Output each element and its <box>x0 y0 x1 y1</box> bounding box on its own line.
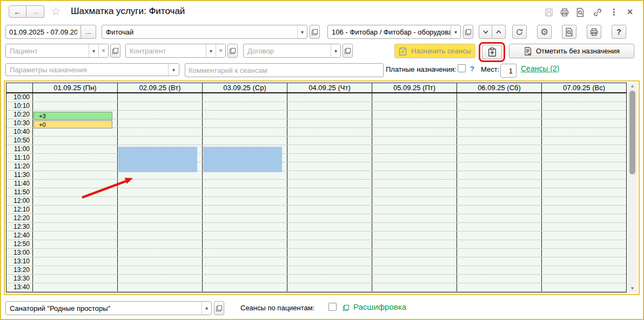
organization-dropdown-icon[interactable]: ▾ <box>202 302 211 315</box>
slot-d3-11:30[interactable] <box>287 171 372 179</box>
slot-d3-12:50[interactable] <box>287 240 372 248</box>
slot-d3-12:30[interactable] <box>287 223 372 231</box>
resource-dropdown-icon[interactable]: ▾ <box>451 25 460 38</box>
slot-d2-12:20[interactable] <box>202 214 287 222</box>
slot-d2-13:30[interactable] <box>202 275 287 283</box>
slot-d5-10:10[interactable] <box>457 102 541 110</box>
settings-button[interactable]: ⚙ <box>537 25 552 39</box>
slot-d4-12:10[interactable] <box>372 206 457 214</box>
slot-d5-11:10[interactable] <box>457 154 541 162</box>
slot-d1-11:50[interactable] <box>117 188 202 196</box>
slot-d0-11:00[interactable] <box>32 145 117 153</box>
slot-d3-13:40[interactable] <box>287 283 372 291</box>
slot-d0-12:40[interactable] <box>32 232 117 240</box>
slot-d4-10:00[interactable] <box>372 93 457 101</box>
organization-combo[interactable]: Санаторий "Родные просторы" ▾ <box>5 301 212 315</box>
slot-d5-12:10[interactable] <box>457 206 541 214</box>
counterparty-dropdown-icon[interactable]: ▾ <box>206 44 216 57</box>
slot-d4-11:00[interactable] <box>372 145 457 153</box>
slot-d6-11:50[interactable] <box>541 188 626 196</box>
counterparty-open-button[interactable] <box>227 44 238 58</box>
slot-d6-12:20[interactable] <box>541 214 626 222</box>
slot-d4-11:50[interactable] <box>372 188 457 196</box>
slot-d3-13:10[interactable] <box>287 257 372 265</box>
service-dropdown-icon[interactable]: ▾ <box>297 25 307 38</box>
slot-d3-10:50[interactable] <box>287 137 372 145</box>
slot-d1-13:30[interactable] <box>117 275 202 283</box>
contract-combo[interactable]: Договор ▾ <box>243 44 341 58</box>
slot-d6-13:10[interactable] <box>541 257 626 265</box>
slot-d6-11:30[interactable] <box>541 171 626 179</box>
slot-d1-10:50[interactable] <box>117 137 202 145</box>
slot-d3-10:30[interactable] <box>287 119 372 127</box>
slot-d0-12:30[interactable] <box>32 223 117 231</box>
slot-d1-12:40[interactable] <box>117 232 202 240</box>
event-d1-11:00[interactable] <box>118 147 197 172</box>
slot-d6-12:00[interactable] <box>541 197 626 205</box>
slot-d2-12:30[interactable] <box>202 223 287 231</box>
paid-help-icon[interactable]: ? <box>470 65 474 73</box>
slot-d1-10:20[interactable] <box>117 111 202 119</box>
slot-d0-13:00[interactable] <box>32 249 117 257</box>
resource-open-button[interactable] <box>463 25 473 39</box>
slot-d6-12:10[interactable] <box>541 206 626 214</box>
slot-d2-10:20[interactable] <box>202 111 287 119</box>
patient-clear-icon[interactable]: × <box>98 44 108 57</box>
sessions-by-patients-checkbox[interactable] <box>328 303 337 311</box>
slot-d4-11:40[interactable] <box>372 180 457 188</box>
slot-d1-11:30[interactable] <box>117 171 202 179</box>
service-combo[interactable]: Фиточай ▾ <box>102 25 307 39</box>
clipboard-plus-button[interactable] <box>482 45 502 59</box>
slot-d0-13:40[interactable] <box>32 283 117 291</box>
assignment-params-combo[interactable]: Параметры назначения ▾ <box>5 63 179 76</box>
slot-d3-11:10[interactable] <box>287 154 372 162</box>
slot-d5-10:00[interactable] <box>457 93 541 101</box>
slot-d5-13:40[interactable] <box>457 283 541 291</box>
slot-d5-11:00[interactable] <box>457 145 541 153</box>
event-d2-11:00[interactable] <box>203 147 282 172</box>
favorite-star-icon[interactable]: ☆ <box>51 5 61 18</box>
slot-d0-13:20[interactable] <box>32 266 117 274</box>
slot-d1-10:40[interactable] <box>117 128 202 136</box>
slot-d2-10:50[interactable] <box>202 137 287 145</box>
seats-input[interactable] <box>500 64 516 78</box>
slot-d5-13:30[interactable] <box>457 275 541 283</box>
slot-d0-11:50[interactable] <box>32 188 117 196</box>
slot-d3-13:20[interactable] <box>287 266 372 274</box>
slot-d6-13:20[interactable] <box>541 266 626 274</box>
counterparty-clear-icon[interactable]: × <box>216 44 225 57</box>
slot-d4-11:10[interactable] <box>372 154 457 162</box>
slot-d0-11:30[interactable] <box>32 171 117 179</box>
slot-d6-12:50[interactable] <box>541 240 626 248</box>
contract-dropdown-icon[interactable]: ▾ <box>331 44 340 57</box>
mark-without-assignment-button[interactable]: Отметить без назначения <box>509 44 634 58</box>
slot-d4-13:20[interactable] <box>372 266 457 274</box>
slot-d4-10:50[interactable] <box>372 137 457 145</box>
collapse-button[interactable] <box>479 25 492 39</box>
slot-d6-10:10[interactable] <box>541 102 626 110</box>
slot-d6-13:00[interactable] <box>541 249 626 257</box>
slot-d2-13:40[interactable] <box>202 283 287 291</box>
slot-d6-10:30[interactable] <box>541 119 626 127</box>
slot-d6-10:20[interactable] <box>541 111 626 119</box>
patient-dropdown-icon[interactable]: ▾ <box>89 44 98 57</box>
slot-d4-10:20[interactable] <box>372 111 457 119</box>
slot-d1-10:30[interactable] <box>117 119 202 127</box>
slot-d5-13:00[interactable] <box>457 249 541 257</box>
slot-d2-11:40[interactable] <box>202 180 287 188</box>
slot-d3-10:20[interactable] <box>287 111 372 119</box>
slot-d1-12:50[interactable] <box>117 240 202 248</box>
slot-d6-13:40[interactable] <box>541 283 626 291</box>
slot-d0-12:00[interactable] <box>32 197 117 205</box>
slot-d0-11:10[interactable] <box>32 154 117 162</box>
slot-d5-12:30[interactable] <box>457 223 541 231</box>
slot-d1-12:10[interactable] <box>117 206 202 214</box>
slot-d2-12:10[interactable] <box>202 206 287 214</box>
contract-open-button[interactable] <box>343 44 353 58</box>
forward-button[interactable]: → <box>26 5 44 18</box>
slot-d2-12:40[interactable] <box>202 232 287 240</box>
expand-button[interactable] <box>492 25 506 39</box>
slot-d3-11:20[interactable] <box>287 162 372 171</box>
slot-d6-10:50[interactable] <box>541 137 626 145</box>
slot-d0-12:50[interactable] <box>32 240 117 248</box>
